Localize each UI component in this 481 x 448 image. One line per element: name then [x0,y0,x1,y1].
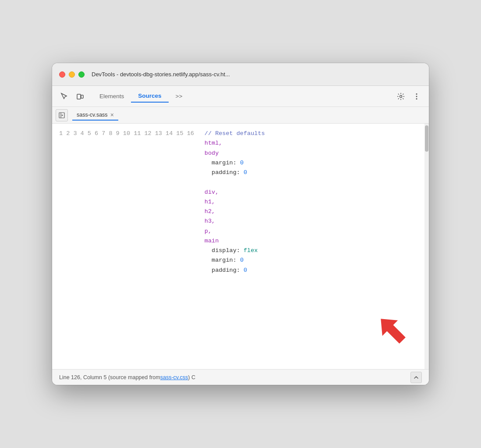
more-options-button[interactable] [410,89,424,103]
minimize-button[interactable] [69,71,75,78]
file-tab-name: sass-cv.sass [77,112,108,118]
tab-more[interactable]: >> [169,90,190,102]
traffic-lights [59,71,85,78]
statusbar-position: Line 126, Column 5 (source mapped from [59,374,160,380]
panel-toggle-button[interactable] [56,109,68,121]
scrollbar-thumb[interactable] [425,125,428,152]
window-title: DevTools - devtools-dbg-stories.netlify.… [92,71,422,78]
file-tab-close-button[interactable]: × [110,112,114,118]
devtools-window: DevTools - devtools-dbg-stories.netlify.… [52,63,429,385]
statusbar: Line 126, Column 5 (source mapped from s… [52,369,429,385]
code-editor[interactable]: 1 2 3 4 5 6 7 8 9 10 11 12 13 14 15 16 /… [52,124,429,369]
file-tab-sass[interactable]: sass-cv.sass × [72,110,118,121]
device-toolbar-button[interactable] [73,89,87,103]
tab-elements[interactable]: Elements [92,90,131,102]
svg-marker-8 [62,114,63,116]
maximize-button[interactable] [78,71,85,78]
statusbar-mapped-file[interactable]: sass-cv.css [160,374,188,380]
vertical-scrollbar[interactable] [424,124,429,369]
line-numbers: 1 2 3 4 5 6 7 8 9 10 11 12 13 14 15 16 [52,124,198,369]
svg-rect-0 [77,94,81,99]
settings-button[interactable] [394,89,408,103]
statusbar-suffix: ) C [188,374,195,380]
close-button[interactable] [59,71,65,78]
code-content[interactable]: // Reset defaults html, body margin: 0 p… [198,124,429,369]
svg-point-3 [416,93,417,95]
toolbar-actions [394,89,424,103]
file-tabbar: sass-cv.sass × [52,107,429,124]
titlebar: DevTools - devtools-dbg-stories.netlify.… [52,63,429,86]
svg-point-5 [416,98,417,100]
svg-point-2 [400,95,402,97]
main-tabs: Elements Sources >> [92,90,189,103]
svg-rect-1 [81,95,83,98]
tab-sources[interactable]: Sources [131,90,168,103]
inspector-tool-button[interactable] [57,89,71,103]
statusbar-expand-button[interactable] [410,372,422,383]
main-toolbar: Elements Sources >> [52,86,429,107]
svg-point-4 [416,96,417,97]
